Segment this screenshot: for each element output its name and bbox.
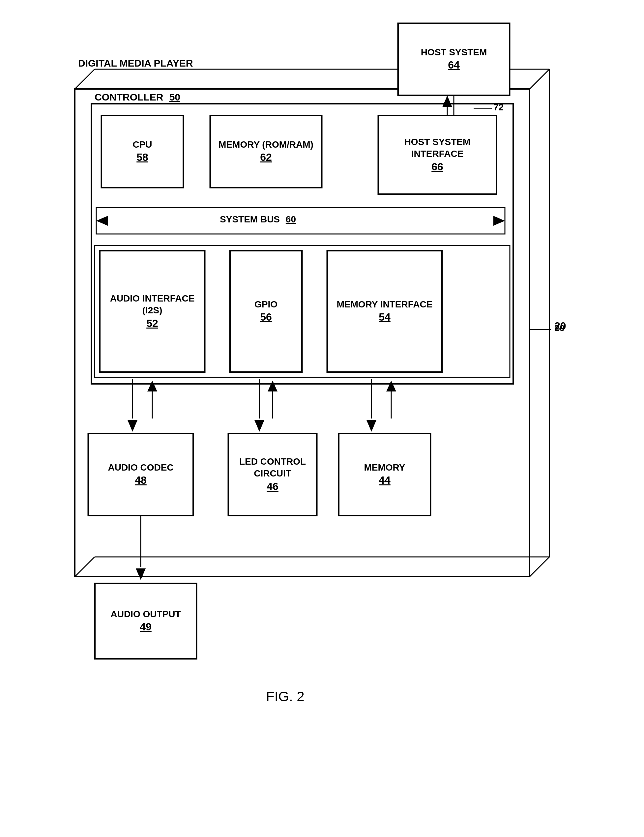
host-system-box: HOST SYSTEM 64 <box>398 23 510 95</box>
memory-rom-ram-box: MEMORY (ROM/RAM) 62 <box>210 115 322 188</box>
audio-interface-num: 52 <box>146 317 158 330</box>
cpu-label: CPU <box>133 139 152 151</box>
host-system-interface-label: HOST SYSTEM INTERFACE <box>379 136 496 160</box>
memory-interface-box: MEMORY INTERFACE 54 <box>327 250 442 373</box>
svg-marker-32 <box>147 381 157 391</box>
svg-marker-36 <box>268 381 278 391</box>
host-system-interface-num: 66 <box>431 160 443 174</box>
svg-marker-16 <box>442 95 452 107</box>
svg-line-6 <box>75 557 95 577</box>
audio-output-box: AUDIO OUTPUT 49 <box>95 583 197 659</box>
svg-marker-24 <box>493 216 505 226</box>
audio-output-label: AUDIO OUTPUT <box>110 608 181 620</box>
cpu-num: 58 <box>136 151 148 164</box>
host-system-label: HOST SYSTEM <box>421 46 487 58</box>
led-control-num: 46 <box>267 480 279 494</box>
memory-num: 44 <box>379 474 391 487</box>
diagram: 20 72 <box>42 13 602 771</box>
system-bus-label: SYSTEM BUS 60 <box>220 214 296 225</box>
audio-output-num: 49 <box>140 620 151 634</box>
audio-codec-box: AUDIO CODEC 48 <box>88 433 194 516</box>
led-control-label: LED CONTROL CIRCUIT <box>229 456 316 480</box>
host-system-num: 64 <box>448 58 460 72</box>
memory-rom-ram-label: MEMORY (ROM/RAM) <box>219 139 314 151</box>
memory-rom-ram-num: 62 <box>260 151 272 164</box>
svg-line-2 <box>530 69 549 89</box>
memory-interface-label: MEMORY INTERFACE <box>337 299 433 310</box>
svg-marker-45 <box>136 568 146 580</box>
ref-72-label: 72 <box>493 102 504 113</box>
svg-marker-30 <box>128 420 138 432</box>
svg-marker-40 <box>386 381 396 391</box>
memory-box: MEMORY 44 <box>338 433 431 516</box>
gpio-num: 56 <box>260 310 272 324</box>
svg-line-5 <box>530 557 549 577</box>
ref-20-label: 20 <box>554 323 565 333</box>
svg-marker-23 <box>96 216 108 226</box>
audio-interface-box: AUDIO INTERFACE (I2S) 52 <box>100 250 205 373</box>
gpio-box: GPIO 56 <box>230 250 302 373</box>
cpu-box: CPU 58 <box>101 115 184 188</box>
svg-marker-34 <box>255 420 264 432</box>
memory-label: MEMORY <box>364 462 406 474</box>
fig-label: FIG. 2 <box>266 689 304 704</box>
gpio-label: GPIO <box>255 299 278 310</box>
svg-line-1 <box>75 69 95 89</box>
audio-interface-label: AUDIO INTERFACE (I2S) <box>100 293 204 317</box>
svg-rect-22 <box>96 208 505 234</box>
dmp-label: DIGITAL MEDIA PLAYER <box>78 57 193 69</box>
led-control-box: LED CONTROL CIRCUIT 46 <box>228 433 317 516</box>
controller-label: CONTROLLER 50 <box>95 92 180 103</box>
audio-codec-label: AUDIO CODEC <box>108 462 173 474</box>
host-system-interface-box: HOST SYSTEM INTERFACE 66 <box>378 115 497 194</box>
svg-marker-38 <box>366 420 376 432</box>
audio-codec-num: 48 <box>135 474 147 487</box>
memory-interface-num: 54 <box>379 310 391 324</box>
